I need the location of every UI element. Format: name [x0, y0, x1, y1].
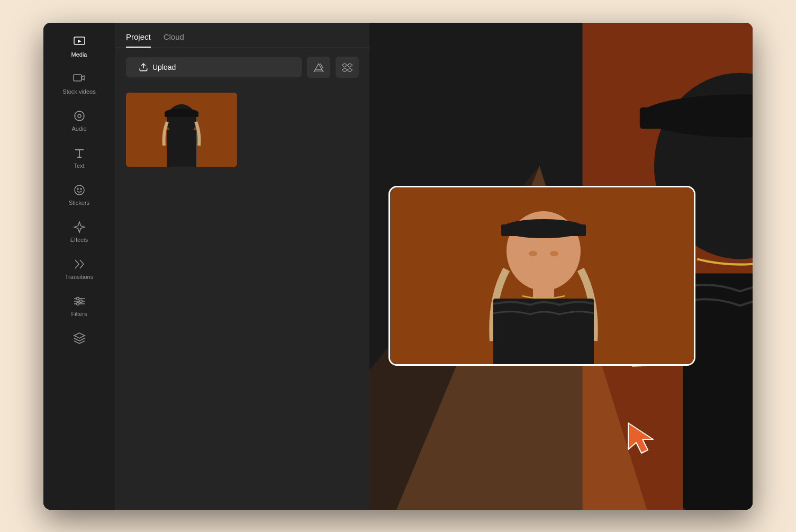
- sidebar-stock-label: Stock videos: [62, 88, 95, 95]
- preview-area: [369, 23, 753, 510]
- media-icon: [73, 35, 86, 48]
- filters-icon: [73, 295, 86, 308]
- svg-point-4: [78, 114, 81, 118]
- sidebar-item-media[interactable]: Media: [43, 28, 115, 65]
- svg-rect-14: [167, 130, 196, 167]
- cursor-arrow: [626, 420, 663, 457]
- thumb-svg-1: [126, 93, 237, 167]
- transitions-icon: [73, 258, 86, 270]
- sidebar-audio-label: Audio: [71, 125, 86, 132]
- sidebar-stickers-label: Stickers: [69, 200, 89, 206]
- svg-point-30: [550, 251, 558, 256]
- sidebar-item-stock-videos[interactable]: Stock videos: [43, 65, 115, 102]
- media-thumbnail-1[interactable]: [126, 93, 237, 167]
- 3d-icon: [73, 332, 86, 345]
- svg-marker-33: [628, 423, 653, 453]
- svg-rect-23: [640, 107, 753, 129]
- svg-point-3: [75, 111, 84, 121]
- sidebar-effects-label: Effects: [70, 237, 88, 243]
- sidebar-filters-label: Filters: [71, 311, 87, 317]
- media-panel: Project Cloud Upload: [115, 23, 369, 510]
- google-drive-button[interactable]: [307, 57, 330, 78]
- upload-bar: Upload: [115, 48, 369, 86]
- cursor-svg: [626, 420, 663, 455]
- svg-point-5: [75, 185, 84, 195]
- sidebar-item-effects[interactable]: Effects: [43, 213, 115, 250]
- sidebar-text-label: Text: [74, 163, 84, 169]
- sidebar-item-audio[interactable]: Audio: [43, 102, 115, 139]
- svg-point-7: [80, 188, 82, 190]
- sidebar-item-text[interactable]: Text: [43, 139, 115, 176]
- svg-rect-2: [74, 75, 82, 81]
- top-section: Project Cloud Upload: [115, 23, 753, 510]
- tab-bar: Project Cloud: [115, 23, 369, 48]
- app-window: Media Stock videos Audio Text: [43, 23, 753, 510]
- stock-videos-icon: [73, 73, 86, 85]
- sidebar-item-3d[interactable]: [43, 324, 115, 352]
- svg-point-9: [79, 300, 82, 302]
- sidebar: Media Stock videos Audio Text: [43, 23, 115, 510]
- upload-button[interactable]: Upload: [126, 57, 302, 77]
- dropbox-icon: [342, 62, 352, 72]
- sidebar-item-stickers[interactable]: Stickers: [43, 176, 115, 213]
- tab-project[interactable]: Project: [126, 32, 151, 48]
- main-area: Project Cloud Upload: [115, 23, 753, 510]
- sidebar-item-filters[interactable]: Filters: [43, 287, 115, 324]
- svg-rect-16: [165, 112, 198, 117]
- svg-rect-32: [493, 299, 594, 366]
- dropbox-button[interactable]: [336, 57, 359, 78]
- svg-point-10: [76, 302, 79, 305]
- svg-point-29: [529, 251, 537, 256]
- media-grid: [115, 86, 369, 173]
- audio-icon: [73, 110, 86, 122]
- text-icon: [73, 147, 86, 159]
- frame-content: [390, 187, 695, 366]
- sidebar-item-transitions[interactable]: Transitions: [43, 250, 115, 287]
- effects-icon: [73, 221, 86, 233]
- stickers-icon: [73, 184, 86, 196]
- preview-frame: [388, 186, 695, 366]
- svg-rect-31: [533, 283, 554, 299]
- upload-icon: [139, 62, 148, 72]
- svg-point-6: [77, 188, 78, 190]
- svg-point-8: [76, 297, 79, 300]
- sidebar-transitions-label: Transitions: [65, 274, 93, 280]
- sidebar-media-label: Media: [71, 51, 87, 58]
- google-drive-icon: [313, 62, 324, 72]
- svg-rect-28: [501, 224, 586, 236]
- svg-marker-1: [78, 40, 82, 43]
- tab-cloud[interactable]: Cloud: [164, 32, 184, 48]
